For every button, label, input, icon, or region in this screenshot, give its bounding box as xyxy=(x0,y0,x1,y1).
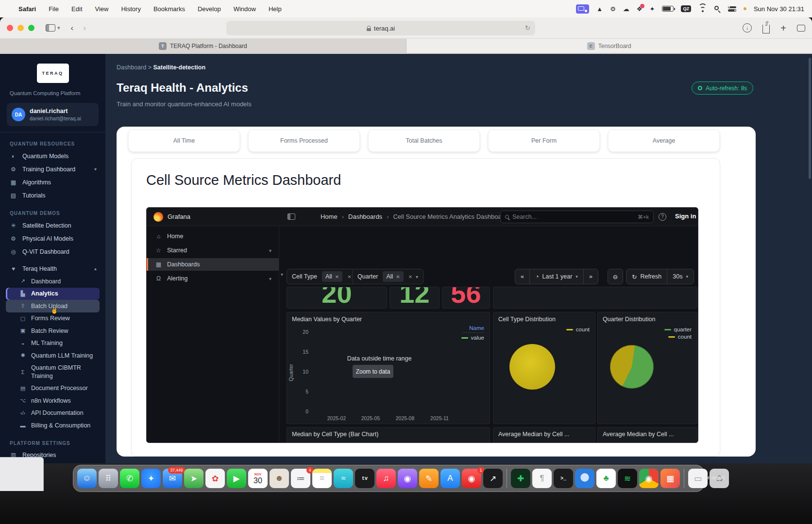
sidebar-item-api-documentation[interactable]: ‹/›API Documentation xyxy=(6,407,100,420)
chrome-dock-icon[interactable]: ◉ xyxy=(639,469,659,488)
finder-dock-icon[interactable]: ☺ xyxy=(77,469,97,488)
filter-chip-all[interactable]: All✕ xyxy=(322,271,342,282)
auto-refresh-badge[interactable]: Auto-refresh: 8s xyxy=(692,82,753,95)
messages-dock-icon[interactable]: ✆ xyxy=(120,469,139,488)
sidebar-item-quantum-models[interactable]: ◐Quantum Models xyxy=(0,149,105,163)
sidebar-item-teraq-health[interactable]: ♥Teraq Health▴ xyxy=(0,262,105,275)
legend-header[interactable]: Name xyxy=(461,325,485,333)
maps-dock-icon[interactable]: ➤ xyxy=(184,469,203,488)
photos-dock-icon[interactable]: ✿ xyxy=(205,469,225,488)
sidebar-toggle-icon[interactable] xyxy=(46,24,55,32)
close-icon[interactable]: ✕ xyxy=(335,274,339,279)
legend-item-count[interactable]: count xyxy=(664,334,692,340)
grafana-crumb-dashboards[interactable]: Dashboards xyxy=(348,213,382,220)
sidebar-item-batch-review[interactable]: ▣Batch Review xyxy=(6,325,100,337)
stat-panel-4[interactable] xyxy=(493,287,697,309)
sidebar-chevron-icon[interactable]: ▾ xyxy=(57,25,60,31)
page-scrollbar[interactable] xyxy=(809,58,811,179)
infuse-dock-icon[interactable]: ◉1 xyxy=(462,469,481,488)
chevron-down-icon[interactable]: ▾ xyxy=(416,274,418,279)
chromium-dock-icon[interactable] xyxy=(575,469,594,488)
minimize-window-button[interactable] xyxy=(17,25,24,31)
new-tab-icon[interactable]: + xyxy=(780,23,786,33)
sidebar-item-billing[interactable]: ▬Billing & Consumption xyxy=(6,419,100,432)
close-window-button[interactable] xyxy=(7,25,13,31)
legend-item-quarter[interactable]: quarter xyxy=(664,327,692,332)
tab-teraq-platform[interactable]: T TERAQ Platform - Dashboard xyxy=(0,39,406,53)
sidebar-item-ml-training[interactable]: ◒ML Training xyxy=(6,337,100,350)
reminders-dock-icon[interactable]: ≔4 xyxy=(291,469,310,488)
qz-status-icon[interactable]: QZ xyxy=(681,5,691,12)
tab-overview-icon[interactable] xyxy=(797,25,805,32)
minimized-window-dock-icon[interactable]: ▭ xyxy=(688,469,708,488)
notes-dock-icon[interactable]: ≡ xyxy=(312,469,332,488)
dropbox-status-icon[interactable]: ❖ xyxy=(637,5,643,13)
freeform-dock-icon[interactable]: ≈ xyxy=(334,469,353,488)
app-store-dock-icon[interactable]: A xyxy=(440,469,460,488)
stat-panel-2[interactable]: 12 xyxy=(389,287,440,309)
health-app-dock-icon[interactable]: ✚ xyxy=(511,469,530,488)
zoom-to-data-button[interactable]: Zoom to data xyxy=(353,365,393,378)
filter-cell-type[interactable]: Cell Type All✕ ✕▾ xyxy=(287,269,363,284)
time-skip-back-button[interactable]: « xyxy=(515,269,529,284)
menubar-item-edit[interactable]: Edit xyxy=(71,5,82,13)
grafana-crumb-home[interactable]: Home xyxy=(321,213,338,220)
leaf-app-dock-icon[interactable]: ♣ xyxy=(596,469,616,488)
sidebar-item-n8n-workflows[interactable]: ⌥n8n Workflows xyxy=(6,394,100,407)
reload-icon[interactable]: ↻ xyxy=(525,24,530,32)
legend-item-value[interactable]: value xyxy=(461,335,485,341)
share-icon[interactable]: ⇧ xyxy=(762,25,770,33)
row-expand-chevron[interactable]: ▾ xyxy=(281,272,283,277)
sidebar-item-tutorials[interactable]: ▤Tutorials xyxy=(0,189,105,202)
menubar-item-file[interactable]: File xyxy=(49,5,59,13)
grafana-sidebar-toggle-icon[interactable] xyxy=(288,213,295,220)
url-field[interactable]: teraq.ai ↻ xyxy=(226,21,535,35)
pages-dock-icon[interactable]: ✎ xyxy=(419,469,439,488)
clear-icon[interactable]: ✕ xyxy=(347,274,351,279)
sign-in-button[interactable]: Sign in xyxy=(675,213,696,220)
zoom-window-button[interactable] xyxy=(28,25,34,31)
calendar-dock-icon[interactable]: NOV30 xyxy=(248,469,268,488)
contacts-dock-icon[interactable]: ☻ xyxy=(270,469,289,488)
gear-status-icon[interactable]: ⚙ xyxy=(610,5,616,13)
zoom-out-button[interactable]: ⊖ xyxy=(608,269,623,284)
menubar-item-develop[interactable]: Develop xyxy=(198,5,221,13)
screen-sharing-icon[interactable] xyxy=(576,4,589,14)
panel-median-values-by-quarter[interactable]: Median Values by Quarter Name value Quar… xyxy=(287,312,490,424)
sidebar-item-batch-upload[interactable]: ⇧Batch Upload☝ xyxy=(6,300,100,312)
wifi-icon[interactable] xyxy=(698,6,707,12)
time-range-button[interactable]: ◔Last 1 year▾ xyxy=(529,269,583,284)
menubar-item-history[interactable]: History xyxy=(121,5,140,13)
panel-average-median-2[interactable]: Average Median by Cell ... xyxy=(597,427,697,443)
sidebar-item-document-processor[interactable]: ▤Document Processor xyxy=(6,382,100,395)
back-button[interactable]: ‹ xyxy=(71,24,74,32)
sidebar-item-analytics[interactable]: ▙Analytics xyxy=(6,288,100,300)
sidebar-item-algorithms[interactable]: ▦Algorithms xyxy=(0,176,105,189)
music-dock-icon[interactable]: ♫ xyxy=(376,469,396,488)
panel-quarter-distribution[interactable]: Quarter Distribution quarter count xyxy=(597,312,697,424)
grafana-search-input[interactable]: Search... ⌘+k xyxy=(500,211,654,223)
grafana-logo[interactable] xyxy=(153,212,163,222)
cone-status-icon[interactable]: ▲ xyxy=(596,5,603,13)
menubar-item-safari[interactable]: Safari xyxy=(18,5,36,13)
facetime-dock-icon[interactable]: ▶ xyxy=(227,469,246,488)
stat-panel-3[interactable]: 56 xyxy=(442,287,490,309)
menubar-item-window[interactable]: Window xyxy=(234,5,256,13)
forward-button[interactable]: › xyxy=(83,24,86,32)
control-center-icon[interactable] xyxy=(728,6,736,12)
refresh-interval-button[interactable]: 30s▾ xyxy=(667,269,694,284)
breadcrumb-root[interactable]: Dashboard xyxy=(117,64,146,71)
sidebar-item-health-dashboard[interactable]: ↗Dashboard xyxy=(6,275,100,288)
podcasts-dock-icon[interactable]: ◉ xyxy=(398,469,417,488)
safari-dock-icon[interactable]: ✦ xyxy=(141,469,161,488)
sidebar-item-quantum-llm-training[interactable]: ✱Quantum LLM Training xyxy=(6,349,100,362)
tv-dock-icon[interactable]: tv xyxy=(355,469,374,488)
sidebar-item-satellite-detection[interactable]: ✳Satellite Detection xyxy=(0,219,105,232)
cell-type-pie-chart[interactable] xyxy=(509,344,555,390)
quarter-pie-chart[interactable] xyxy=(610,345,654,389)
panel-average-median-1[interactable]: Average Median by Cell ... xyxy=(493,427,595,443)
sidebar-item-quantum-cibmtr-training[interactable]: ΣQuantum CIBMTR Training xyxy=(6,362,100,382)
menubar-clock[interactable]: Sun Nov 30 21:31 xyxy=(754,5,804,13)
refresh-button[interactable]: ↻Refresh xyxy=(626,269,667,284)
sidebar-item-forms-review[interactable]: ▢Forms Review xyxy=(6,312,100,325)
